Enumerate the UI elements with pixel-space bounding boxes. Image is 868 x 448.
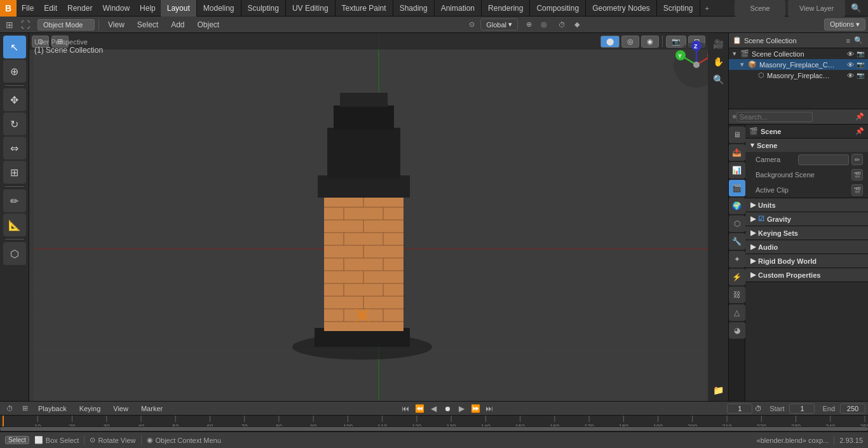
- tool-cursor[interactable]: ⊕: [3, 60, 26, 83]
- prop-section-audio-header[interactable]: ▶ Audio: [745, 240, 868, 254]
- tab-uv-editing[interactable]: UV Editing: [286, 0, 336, 17]
- outliner-vis-icon-1[interactable]: 👁: [847, 50, 854, 58]
- current-frame-input[interactable]: [727, 404, 752, 414]
- end-frame-input[interactable]: [840, 404, 865, 414]
- viewport-select-menu[interactable]: Select: [132, 17, 163, 33]
- play-prev-key-btn[interactable]: ⏪: [414, 403, 425, 414]
- timeline-marker-menu[interactable]: Marker: [136, 403, 168, 414]
- prop-section-gravity-header[interactable]: ▶ ☑ Gravity: [745, 212, 868, 226]
- prop-tab-view-layer[interactable]: 📊: [729, 162, 745, 179]
- prop-gravity-checkbox[interactable]: ☑: [758, 215, 764, 223]
- menu-edit[interactable]: Edit: [39, 0, 62, 17]
- object-mode-button[interactable]: Object Mode: [37, 19, 95, 31]
- tool-add-cube[interactable]: ⬡: [3, 242, 26, 265]
- proportional-edit-btn[interactable]: ◎: [537, 18, 551, 32]
- timeline-type-icon[interactable]: ⏱: [3, 403, 17, 414]
- tab-layout[interactable]: Layout: [161, 0, 197, 17]
- prop-tab-constraints[interactable]: ⛓: [729, 287, 745, 303]
- tool-move[interactable]: ✥: [3, 88, 26, 111]
- material-mode-btn[interactable]: ◎: [621, 36, 639, 48]
- outliner-item-chimney-collection[interactable]: ▾ 📦 Masonry_Fireplace_Chimney... 👁 📷: [729, 59, 868, 70]
- outliner-filter-icon[interactable]: ≡: [846, 37, 850, 44]
- play-prev-frame-btn[interactable]: ◀: [428, 403, 439, 414]
- prop-tab-physics[interactable]: ⚡: [729, 269, 745, 285]
- full-screen-btn[interactable]: ⛶: [18, 18, 32, 32]
- prop-section-scene-header[interactable]: ▾ Scene: [745, 139, 868, 152]
- outliner-item-chimney-mesh[interactable]: ▶ ⬡ Masonry_Fireplace_Chim 👁 📷: [729, 70, 868, 81]
- prop-tab-object-data[interactable]: △: [729, 304, 745, 321]
- 3d-viewport[interactable]: ⊙ ⊞ ⬤ ◎ ◉ 📷 ⊡ User Perspective (1) Scene…: [29, 33, 728, 401]
- tool-transform[interactable]: ⊞: [3, 161, 26, 184]
- timeline-scrollbar[interactable]: [0, 426, 868, 431]
- viewport-zoom-icon[interactable]: 🔍: [710, 71, 726, 88]
- outliner-search-icon[interactable]: 🔍: [853, 35, 864, 46]
- tab-texture-paint[interactable]: Texture Paint: [336, 0, 393, 17]
- start-frame-input[interactable]: [789, 404, 815, 414]
- tab-rendering[interactable]: Rendering: [482, 0, 530, 17]
- tool-select[interactable]: ↖: [3, 36, 26, 58]
- outliner-render-icon-1[interactable]: 📷: [857, 50, 864, 57]
- tool-measure[interactable]: 📐: [3, 214, 26, 236]
- prop-tab-world[interactable]: 🌍: [729, 198, 745, 214]
- play-begin-btn[interactable]: ⏮: [400, 403, 411, 414]
- transform-pivot-btn[interactable]: ⊙: [465, 18, 478, 32]
- outliner-item-scene-collection[interactable]: ▾ 🎬 Scene Collection 👁 📷: [729, 48, 868, 59]
- prop-section-keying-header[interactable]: ▶ Keying Sets: [745, 226, 868, 240]
- prop-camera-edit-btn[interactable]: ✏: [851, 154, 863, 165]
- tool-rotate[interactable]: ↻: [3, 112, 26, 135]
- timeline-expand-icon[interactable]: ⊞: [19, 403, 31, 414]
- menu-help[interactable]: Help: [135, 0, 161, 17]
- prop-section-rigid-body-header[interactable]: ▶ Rigid Body World: [745, 254, 868, 268]
- transform-orientation-btn[interactable]: Global▾: [480, 18, 518, 31]
- prop-section-units-header[interactable]: ▶ Units: [745, 198, 868, 212]
- timeline-view-menu[interactable]: View: [108, 403, 133, 414]
- viewport-gizmos-btn[interactable]: ⊞: [51, 36, 69, 48]
- timeline-keying-menu[interactable]: Keying: [74, 403, 106, 414]
- tool-annotate[interactable]: ✏: [3, 189, 26, 212]
- scene-selector[interactable]: Scene: [735, 0, 785, 17]
- prop-scene-pin[interactable]: 📌: [855, 127, 864, 135]
- play-next-frame-btn[interactable]: ▶: [456, 403, 467, 414]
- properties-search-input[interactable]: [736, 112, 813, 122]
- prop-tab-scene[interactable]: 🎬: [729, 180, 745, 196]
- tool-scale[interactable]: ⇔: [3, 137, 26, 160]
- prop-tab-object[interactable]: ⬡: [729, 215, 745, 232]
- rendered-mode-btn[interactable]: ◉: [641, 36, 659, 48]
- prop-tab-output[interactable]: 📤: [729, 144, 745, 161]
- prop-section-custom-props-header[interactable]: ▶ Custom Properties: [745, 268, 868, 282]
- outliner-render-icon-3[interactable]: 📷: [857, 72, 864, 79]
- solid-mode-btn[interactable]: ⬤: [600, 36, 620, 48]
- timeline-playback-menu[interactable]: Playback: [33, 403, 72, 414]
- timeline-toggle-btn[interactable]: ⏱: [555, 18, 569, 32]
- outliner-vis-icon-2[interactable]: 👁: [847, 61, 854, 69]
- viewport-hand-icon[interactable]: ✋: [710, 53, 726, 70]
- timeline-ruler[interactable]: 1102030405060708090100110120130140150160…: [0, 416, 868, 426]
- top-search-icon[interactable]: 🔍: [848, 0, 864, 17]
- view-layer-selector[interactable]: View Layer: [788, 0, 845, 17]
- tab-modeling[interactable]: Modeling: [197, 0, 241, 17]
- add-workspace-button[interactable]: +: [700, 4, 714, 12]
- outliner-render-icon-2[interactable]: 📷: [857, 61, 864, 68]
- menu-render[interactable]: Render: [62, 0, 97, 17]
- keyframe-type-btn[interactable]: ◆: [570, 18, 584, 32]
- menu-file[interactable]: File: [17, 0, 39, 17]
- prop-tab-render[interactable]: 🖥: [729, 126, 745, 143]
- play-end-btn[interactable]: ⏭: [484, 403, 495, 414]
- prop-tab-modifier[interactable]: 🔧: [729, 233, 745, 250]
- viewport-object-menu[interactable]: Object: [193, 17, 225, 33]
- viewport-add-menu[interactable]: Add: [166, 17, 189, 33]
- viewport-collections-icon[interactable]: 📁: [710, 382, 726, 398]
- prop-pin-icon[interactable]: 📌: [855, 112, 864, 121]
- properties-search[interactable]: [736, 112, 855, 122]
- prop-background-icon-btn[interactable]: 🎬: [851, 169, 863, 180]
- snap-btn[interactable]: ⊕: [522, 18, 536, 32]
- play-pause-btn[interactable]: ⏺: [442, 403, 453, 414]
- tab-compositing[interactable]: Compositing: [530, 0, 586, 17]
- tab-geometry-nodes[interactable]: Geometry Nodes: [586, 0, 657, 17]
- tab-sculpting[interactable]: Sculpting: [241, 0, 286, 17]
- prop-active-clip-icon-btn[interactable]: 🎬: [851, 184, 863, 196]
- prop-tab-particles[interactable]: ✦: [729, 251, 745, 268]
- viewport-overlays-btn[interactable]: ⊙: [32, 36, 49, 48]
- options-btn[interactable]: Options ▾: [824, 18, 865, 31]
- prop-tab-material[interactable]: ◕: [729, 322, 745, 339]
